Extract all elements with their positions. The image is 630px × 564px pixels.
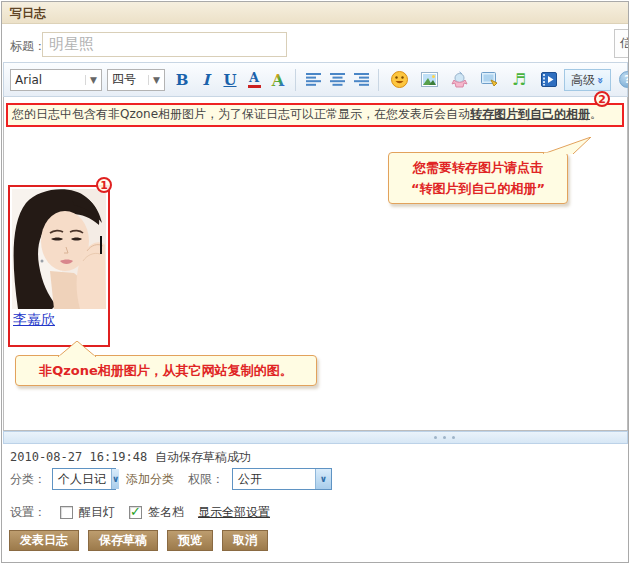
- image-callout-text: 非Qzone相册图片，从其它网站复制的图。: [39, 363, 293, 378]
- emoticon-button[interactable]: [388, 69, 410, 91]
- font-family-value: Arial: [11, 73, 85, 87]
- align-right-icon: [354, 73, 369, 86]
- font-color-icon: A: [248, 71, 261, 88]
- title-input[interactable]: [42, 32, 287, 57]
- magic-emoticon-icon: [451, 71, 468, 88]
- transfer-images-link[interactable]: 转存图片到自己的相册: [470, 107, 590, 121]
- transfer-callout-line2: “转图片到自己的相册”: [395, 178, 561, 199]
- insert-video-button[interactable]: [538, 69, 560, 91]
- text-cursor: [100, 236, 102, 254]
- screenshot-button[interactable]: [478, 69, 500, 91]
- chevron-down-icon: [111, 469, 119, 489]
- font-size-select[interactable]: 四号: [107, 69, 165, 91]
- chevron-down-icon: [315, 469, 331, 489]
- blog-editor-window: 写日志 标题： 信纸 Arial 四号 B I U A: [1, 1, 629, 563]
- permission-label: 权限：: [188, 471, 224, 488]
- screenshot-icon: [481, 72, 498, 87]
- highlight-checkbox[interactable]: [60, 506, 73, 519]
- bold-button[interactable]: B: [171, 69, 193, 91]
- action-buttons: 发表日志 保存草稿 预览 取消: [9, 530, 268, 551]
- publish-button[interactable]: 发表日志: [9, 530, 79, 551]
- page-title: 写日志: [2, 2, 628, 24]
- category-value: 个人日记: [53, 471, 111, 488]
- autosave-timestamp: 2010-08-27 16:19:48: [10, 450, 147, 464]
- underline-button[interactable]: U: [219, 69, 241, 91]
- font-color-button[interactable]: A: [243, 69, 265, 91]
- callout-tail: [52, 341, 102, 357]
- svg-text:A: A: [271, 71, 285, 89]
- art-text-button[interactable]: A: [267, 69, 289, 91]
- category-label: 分类：: [10, 471, 46, 488]
- add-category-link[interactable]: 添加分类: [126, 471, 174, 488]
- settings-label: 设置：: [10, 504, 46, 521]
- image-callout: 非Qzone相册图片，从其它网站复制的图。: [15, 355, 317, 386]
- insert-image-icon: [421, 72, 438, 87]
- title-label: 标题：: [10, 38, 46, 55]
- advanced-label: 高级: [571, 72, 595, 89]
- category-row: 分类： 个人日记 添加分类 权限： 公开: [10, 467, 332, 491]
- insert-video-icon: [541, 72, 557, 87]
- grip-dots-icon: [434, 436, 455, 439]
- settings-row: 设置： 醒目灯 签名档 显示全部设置: [10, 502, 270, 522]
- align-center-button[interactable]: [326, 69, 348, 91]
- show-all-settings-link[interactable]: 显示全部设置: [198, 504, 270, 521]
- signature-checkbox[interactable]: [129, 506, 142, 519]
- highlight-option-label: 醒目灯: [79, 504, 115, 521]
- editor-content-area[interactable]: 您的日志中包含有非Qzone相册图片，为了保证日志可以正常显示，在您发表后会自动…: [3, 97, 628, 431]
- advanced-button[interactable]: 高级: [564, 69, 611, 91]
- chevron-down-icon: [85, 75, 101, 85]
- toolbar-separator: [295, 69, 296, 91]
- save-draft-button[interactable]: 保存草稿: [88, 530, 158, 551]
- align-center-icon: [330, 73, 345, 86]
- annotation-badge-2: 2: [594, 91, 610, 107]
- preview-button[interactable]: 预览: [167, 530, 213, 551]
- font-family-select[interactable]: Arial: [10, 69, 102, 91]
- cancel-button[interactable]: 取消: [222, 530, 268, 551]
- notice-text: 您的日志中包含有非Qzone相册图片，为了保证日志可以正常显示，在您发表后会自动: [12, 107, 470, 121]
- music-note-icon: ♬: [512, 72, 526, 88]
- insert-image-button[interactable]: [418, 69, 440, 91]
- stationery-button[interactable]: 信纸: [614, 29, 629, 58]
- expand-chevrons-icon: [594, 76, 607, 83]
- permission-select[interactable]: 公开: [232, 468, 332, 490]
- underline-icon: U: [223, 71, 236, 89]
- toolbar-separator: [378, 69, 379, 91]
- autosave-status: 2010-08-27 16:19:48 自动保存草稿成功: [10, 449, 251, 466]
- italic-button[interactable]: I: [195, 69, 217, 91]
- image-transfer-notice: 您的日志中包含有非Qzone相册图片，为了保证日志可以正常显示，在您发表后会自动…: [6, 103, 624, 127]
- callout-tail: [529, 137, 599, 154]
- bold-icon: B: [176, 71, 189, 89]
- italic-icon: I: [202, 71, 209, 89]
- autosave-message: 自动保存草稿成功: [155, 450, 251, 464]
- signature-option-label: 签名档: [148, 504, 184, 521]
- insert-music-button[interactable]: ♬: [508, 69, 530, 91]
- align-left-button[interactable]: [302, 69, 324, 91]
- chevron-down-icon: [148, 75, 164, 85]
- inserted-image-annotation-box: 李嘉欣: [8, 185, 110, 347]
- portrait-photo[interactable]: [12, 189, 106, 309]
- align-left-icon: [306, 73, 321, 86]
- annotation-badge-1: 1: [96, 177, 112, 193]
- editor-toolbar: Arial 四号 B I U A: [3, 62, 628, 97]
- art-text-icon: A: [269, 71, 287, 89]
- font-size-value: 四号: [108, 71, 148, 88]
- category-select[interactable]: 个人日记: [52, 468, 116, 490]
- image-caption-link[interactable]: 李嘉欣: [13, 311, 108, 329]
- help-icon[interactable]: ?: [619, 71, 629, 88]
- transfer-callout-line1: 您需要转存图片请点击: [395, 157, 561, 178]
- magic-emoticon-button[interactable]: [448, 69, 470, 91]
- emoticon-icon: [391, 71, 408, 88]
- transfer-callout: 您需要转存图片请点击 “转图片到自己的相册”: [388, 152, 568, 204]
- permission-value: 公开: [233, 471, 315, 488]
- editor-resize-handle[interactable]: [3, 431, 628, 444]
- align-right-button[interactable]: [350, 69, 372, 91]
